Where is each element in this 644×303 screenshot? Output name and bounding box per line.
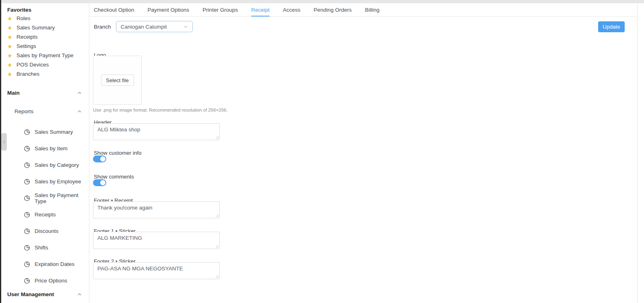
- tab[interactable]: Receipt: [251, 3, 270, 16]
- reports-list: Sales Summary Sales by Item Sales by Cat…: [1, 124, 89, 289]
- favorite-item-label: Branches: [17, 71, 39, 77]
- star-icon: ★: [7, 53, 17, 58]
- header-field-wrap: ALG Mliktea shop: [93, 123, 220, 140]
- pie-chart-icon: [24, 129, 30, 135]
- toggle-knob: [100, 156, 105, 162]
- sidebar-report-item[interactable]: Sales by Item: [1, 140, 89, 157]
- report-item-label: Sales by Category: [35, 162, 79, 168]
- tab-label: Payment Options: [148, 7, 190, 13]
- branch-select[interactable]: Caniogan Calumpit: [116, 21, 193, 32]
- footer1-input[interactable]: ALG MARKETING: [93, 232, 220, 249]
- sidebar-collapse-handle[interactable]: [1, 133, 7, 151]
- report-item-label: Shifts: [35, 245, 48, 251]
- star-icon: ★: [7, 34, 17, 40]
- pie-chart-icon: [24, 278, 30, 284]
- user-management-section-label: User Management: [7, 291, 54, 297]
- pie-chart-icon: [24, 245, 30, 251]
- favorites-list: ★ Roles ★ Sales Summary ★ Receipts ★ Set…: [1, 14, 89, 79]
- left-edge-bar: [0, 0, 1, 303]
- sidebar-favorite-item[interactable]: ★ Branches: [1, 69, 89, 79]
- top-band: [0, 0, 644, 3]
- sidebar-section-reports[interactable]: Reports: [1, 107, 89, 115]
- sidebar-favorite-item[interactable]: ★ Sales Summary: [1, 23, 89, 32]
- scrollbar-track[interactable]: [637, 0, 644, 303]
- pie-chart-icon: [24, 261, 30, 268]
- sidebar-favorite-item[interactable]: ★ Sales by Payment Type: [1, 51, 89, 60]
- star-icon: ★: [7, 62, 17, 68]
- report-item-label: Discounts: [35, 228, 58, 234]
- star-icon: ★: [7, 44, 17, 49]
- sidebar-section-user-management[interactable]: User Management: [1, 290, 89, 298]
- logo-hint-text: Use .png for image format. Recommended r…: [93, 108, 228, 112]
- tab-label: Printer Groups: [202, 7, 238, 13]
- report-item-label: Sales Summary: [35, 129, 73, 135]
- report-item-label: Sales by Item: [35, 145, 68, 152]
- star-icon: ★: [7, 25, 17, 31]
- logo-upload-dropzone[interactable]: Select file: [93, 56, 142, 105]
- pie-chart-icon: [24, 228, 30, 235]
- tab-label: Access: [283, 7, 301, 13]
- report-item-label: Price Options: [35, 278, 67, 284]
- pie-chart-icon: [24, 195, 30, 201]
- branch-label: Branch: [94, 24, 111, 30]
- report-item-label: Sales by Employee: [35, 178, 81, 185]
- show-comments-label: Show comments: [94, 174, 134, 180]
- sidebar-favorite-item[interactable]: ★ Roles: [1, 14, 89, 23]
- header-input[interactable]: ALG Mliktea shop: [93, 123, 220, 140]
- sidebar-report-item[interactable]: Sales Summary: [1, 124, 89, 140]
- main-section-label: Main: [7, 90, 20, 96]
- footer-receipt-input[interactable]: Thank you!come again: [93, 201, 220, 218]
- sidebar: Favorites ★ Roles ★ Sales Summary ★ Rece…: [1, 3, 89, 303]
- show-comments-toggle[interactable]: [93, 179, 106, 186]
- favorites-title-text: Favorites: [7, 7, 31, 13]
- sidebar-report-item[interactable]: Expiration Dates: [1, 256, 89, 272]
- pie-chart-icon: [24, 162, 30, 168]
- tab[interactable]: Printer Groups: [202, 3, 238, 16]
- sidebar-report-item[interactable]: Sales by Employee: [1, 173, 89, 190]
- select-file-button[interactable]: Select file: [101, 75, 134, 86]
- main-content: Checkout Option Payment Options Printer …: [90, 3, 637, 303]
- favorite-item-label: POS Devices: [17, 62, 49, 68]
- tab[interactable]: Checkout Option: [94, 3, 134, 16]
- favorite-item-label: Sales by Payment Type: [17, 52, 74, 58]
- show-customer-info-toggle[interactable]: [93, 156, 106, 162]
- tab-bar: Checkout Option Payment Options Printer …: [90, 3, 637, 17]
- tab[interactable]: Pending Orders: [314, 3, 352, 16]
- footer2-input[interactable]: PAG-ASA NG MGA NEGOSYANTE: [93, 262, 220, 279]
- favorites-section-title: Favorites: [1, 6, 89, 14]
- tab-label: Receipt: [251, 7, 270, 13]
- footer-receipt-field-wrap: Thank you!come again: [93, 201, 220, 218]
- sidebar-favorite-item[interactable]: ★ Receipts: [1, 32, 89, 42]
- sidebar-favorite-item[interactable]: ★ POS Devices: [1, 60, 89, 69]
- sidebar-favorite-item[interactable]: ★ Settings: [1, 42, 89, 51]
- tab[interactable]: Billing: [365, 3, 380, 16]
- pie-chart-icon: [24, 145, 30, 152]
- chevron-down-icon: [184, 25, 188, 29]
- sidebar-report-item[interactable]: Receipts: [1, 206, 89, 223]
- star-icon: ★: [7, 16, 17, 21]
- chevron-up-icon: [77, 109, 82, 114]
- update-button[interactable]: Update: [598, 21, 625, 32]
- chevron-up-icon: [77, 91, 82, 95]
- sidebar-section-main[interactable]: Main: [1, 89, 89, 97]
- branch-select-value: Caniogan Calumpit: [121, 24, 167, 30]
- sidebar-report-item[interactable]: Sales by Payment Type: [1, 190, 89, 206]
- star-icon: ★: [7, 71, 17, 77]
- branch-row: Branch Caniogan Calumpit: [94, 21, 193, 32]
- chevron-up-icon: [77, 292, 82, 297]
- footer2-field-wrap: PAG-ASA NG MGA NEGOSYANTE: [93, 262, 220, 279]
- sidebar-report-item[interactable]: Discounts: [1, 223, 89, 239]
- sidebar-report-item[interactable]: Sales by Category: [1, 157, 89, 173]
- favorite-item-label: Receipts: [17, 34, 38, 40]
- sidebar-report-item[interactable]: Price Options: [1, 272, 89, 289]
- favorite-item-label: Roles: [17, 15, 31, 21]
- tab[interactable]: Access: [283, 3, 301, 16]
- favorite-item-label: Sales Summary: [17, 25, 55, 31]
- tab-label: Billing: [365, 7, 380, 13]
- pie-chart-icon: [24, 178, 30, 185]
- footer1-field-wrap: ALG MARKETING: [93, 232, 220, 249]
- chevron-left-icon: [2, 140, 6, 144]
- tab[interactable]: Payment Options: [148, 3, 190, 16]
- sidebar-report-item[interactable]: Shifts: [1, 239, 89, 256]
- report-item-label: Sales by Payment Type: [35, 192, 89, 204]
